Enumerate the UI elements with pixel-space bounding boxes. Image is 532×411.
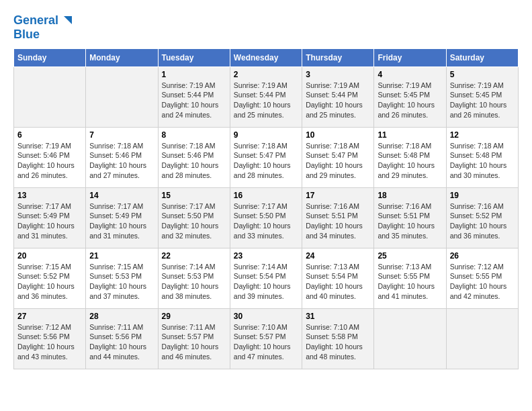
day-info: Sunrise: 7:19 AM Sunset: 5:44 PM Dayligh… <box>234 81 298 120</box>
day-info: Sunrise: 7:14 AM Sunset: 5:54 PM Dayligh… <box>234 262 298 302</box>
day-number: 26 <box>450 251 515 261</box>
day-number: 5 <box>450 70 515 79</box>
day-number: 27 <box>17 312 82 321</box>
day-cell: 31Sunrise: 7:10 AM Sunset: 5:58 PM Dayli… <box>302 308 374 369</box>
day-info: Sunrise: 7:16 AM Sunset: 5:51 PM Dayligh… <box>306 201 370 241</box>
day-cell: 10Sunrise: 7:18 AM Sunset: 5:47 PM Dayli… <box>302 127 374 187</box>
col-thursday: Thursday <box>302 48 374 66</box>
day-info: Sunrise: 7:12 AM Sunset: 5:56 PM Dayligh… <box>17 322 82 362</box>
day-info: Sunrise: 7:18 AM Sunset: 5:47 PM Dayligh… <box>234 141 298 181</box>
day-cell: 18Sunrise: 7:16 AM Sunset: 5:51 PM Dayli… <box>374 187 446 248</box>
page-header: General Blue <box>13 13 519 42</box>
day-cell: 22Sunrise: 7:14 AM Sunset: 5:53 PM Dayli… <box>158 248 230 308</box>
day-cell: 5Sunrise: 7:19 AM Sunset: 5:45 PM Daylig… <box>446 66 518 127</box>
day-cell: 27Sunrise: 7:12 AM Sunset: 5:56 PM Dayli… <box>14 308 86 369</box>
day-cell: 24Sunrise: 7:13 AM Sunset: 5:54 PM Dayli… <box>302 248 374 308</box>
calendar-table: Sunday Monday Tuesday Wednesday Thursday… <box>13 48 519 369</box>
day-info: Sunrise: 7:19 AM Sunset: 5:44 PM Dayligh… <box>306 81 370 120</box>
day-cell: 17Sunrise: 7:16 AM Sunset: 5:51 PM Dayli… <box>302 187 374 248</box>
day-number: 28 <box>89 312 154 321</box>
logo-text: General <box>13 14 58 28</box>
day-number: 23 <box>234 251 298 261</box>
col-sunday: Sunday <box>14 48 86 66</box>
day-info: Sunrise: 7:19 AM Sunset: 5:45 PM Dayligh… <box>378 81 442 120</box>
day-cell: 3Sunrise: 7:19 AM Sunset: 5:44 PM Daylig… <box>302 66 374 127</box>
day-cell: 6Sunrise: 7:19 AM Sunset: 5:46 PM Daylig… <box>14 127 86 187</box>
day-number: 16 <box>234 191 298 200</box>
day-info: Sunrise: 7:11 AM Sunset: 5:57 PM Dayligh… <box>162 322 226 362</box>
day-cell <box>374 308 446 369</box>
day-info: Sunrise: 7:13 AM Sunset: 5:54 PM Dayligh… <box>306 262 370 302</box>
col-friday: Friday <box>374 48 446 66</box>
header-row: Sunday Monday Tuesday Wednesday Thursday… <box>14 48 519 66</box>
day-number: 7 <box>89 130 154 140</box>
week-row-4: 20Sunrise: 7:15 AM Sunset: 5:52 PM Dayli… <box>14 248 519 308</box>
day-number: 4 <box>378 70 442 79</box>
day-cell: 16Sunrise: 7:17 AM Sunset: 5:50 PM Dayli… <box>230 187 302 248</box>
day-info: Sunrise: 7:19 AM Sunset: 5:46 PM Dayligh… <box>17 141 82 181</box>
day-info: Sunrise: 7:19 AM Sunset: 5:45 PM Dayligh… <box>450 81 515 120</box>
week-row-2: 6Sunrise: 7:19 AM Sunset: 5:46 PM Daylig… <box>14 127 519 187</box>
day-cell: 30Sunrise: 7:10 AM Sunset: 5:57 PM Dayli… <box>230 308 302 369</box>
day-info: Sunrise: 7:18 AM Sunset: 5:47 PM Dayligh… <box>306 141 370 181</box>
day-number: 22 <box>162 251 226 261</box>
day-info: Sunrise: 7:19 AM Sunset: 5:44 PM Dayligh… <box>162 81 226 120</box>
day-cell <box>446 308 518 369</box>
day-cell: 8Sunrise: 7:18 AM Sunset: 5:46 PM Daylig… <box>158 127 230 187</box>
day-info: Sunrise: 7:14 AM Sunset: 5:53 PM Dayligh… <box>162 262 226 302</box>
day-cell: 23Sunrise: 7:14 AM Sunset: 5:54 PM Dayli… <box>230 248 302 308</box>
col-saturday: Saturday <box>446 48 518 66</box>
day-cell: 14Sunrise: 7:17 AM Sunset: 5:49 PM Dayli… <box>86 187 158 248</box>
day-number: 29 <box>162 312 226 321</box>
day-info: Sunrise: 7:17 AM Sunset: 5:49 PM Dayligh… <box>89 201 154 241</box>
day-cell: 19Sunrise: 7:16 AM Sunset: 5:52 PM Dayli… <box>446 187 518 248</box>
calendar-body: 1Sunrise: 7:19 AM Sunset: 5:44 PM Daylig… <box>14 66 519 369</box>
day-number: 11 <box>378 130 442 140</box>
day-cell: 20Sunrise: 7:15 AM Sunset: 5:52 PM Dayli… <box>14 248 86 308</box>
col-tuesday: Tuesday <box>158 48 230 66</box>
day-number: 12 <box>450 130 515 140</box>
col-wednesday: Wednesday <box>230 48 302 66</box>
day-cell: 1Sunrise: 7:19 AM Sunset: 5:44 PM Daylig… <box>158 66 230 127</box>
day-number: 25 <box>378 251 442 261</box>
day-number: 18 <box>378 191 442 200</box>
day-info: Sunrise: 7:18 AM Sunset: 5:46 PM Dayligh… <box>162 141 226 181</box>
day-number: 8 <box>162 130 226 140</box>
svg-marker-0 <box>64 16 72 24</box>
day-cell: 2Sunrise: 7:19 AM Sunset: 5:44 PM Daylig… <box>230 66 302 127</box>
day-cell: 28Sunrise: 7:11 AM Sunset: 5:56 PM Dayli… <box>86 308 158 369</box>
day-number: 24 <box>306 251 370 261</box>
day-number: 21 <box>89 251 154 261</box>
week-row-3: 13Sunrise: 7:17 AM Sunset: 5:49 PM Dayli… <box>14 187 519 248</box>
day-number: 20 <box>17 251 82 261</box>
day-number: 9 <box>234 130 298 140</box>
day-cell: 7Sunrise: 7:18 AM Sunset: 5:46 PM Daylig… <box>86 127 158 187</box>
day-info: Sunrise: 7:16 AM Sunset: 5:51 PM Dayligh… <box>378 201 442 241</box>
day-info: Sunrise: 7:17 AM Sunset: 5:50 PM Dayligh… <box>234 201 298 241</box>
day-info: Sunrise: 7:18 AM Sunset: 5:46 PM Dayligh… <box>89 141 154 181</box>
day-number: 2 <box>234 70 298 79</box>
day-number: 13 <box>17 191 82 200</box>
day-info: Sunrise: 7:16 AM Sunset: 5:52 PM Dayligh… <box>450 201 515 241</box>
day-info: Sunrise: 7:15 AM Sunset: 5:52 PM Dayligh… <box>17 262 82 302</box>
day-info: Sunrise: 7:17 AM Sunset: 5:50 PM Dayligh… <box>162 201 226 241</box>
day-cell <box>86 66 158 127</box>
day-number: 14 <box>89 191 154 200</box>
day-info: Sunrise: 7:12 AM Sunset: 5:55 PM Dayligh… <box>450 262 515 302</box>
day-info: Sunrise: 7:18 AM Sunset: 5:48 PM Dayligh… <box>450 141 515 181</box>
day-number: 6 <box>17 130 82 140</box>
day-cell: 13Sunrise: 7:17 AM Sunset: 5:49 PM Dayli… <box>14 187 86 248</box>
day-cell: 29Sunrise: 7:11 AM Sunset: 5:57 PM Dayli… <box>158 308 230 369</box>
day-cell: 25Sunrise: 7:13 AM Sunset: 5:55 PM Dayli… <box>374 248 446 308</box>
day-cell <box>14 66 86 127</box>
day-cell: 4Sunrise: 7:19 AM Sunset: 5:45 PM Daylig… <box>374 66 446 127</box>
logo: General Blue <box>13 13 73 42</box>
logo-icon <box>58 13 73 28</box>
day-cell: 9Sunrise: 7:18 AM Sunset: 5:47 PM Daylig… <box>230 127 302 187</box>
day-number: 3 <box>306 70 370 79</box>
logo-blue: Blue <box>13 28 40 42</box>
day-info: Sunrise: 7:10 AM Sunset: 5:57 PM Dayligh… <box>234 322 298 362</box>
day-info: Sunrise: 7:18 AM Sunset: 5:48 PM Dayligh… <box>378 141 442 181</box>
day-number: 10 <box>306 130 370 140</box>
col-monday: Monday <box>86 48 158 66</box>
